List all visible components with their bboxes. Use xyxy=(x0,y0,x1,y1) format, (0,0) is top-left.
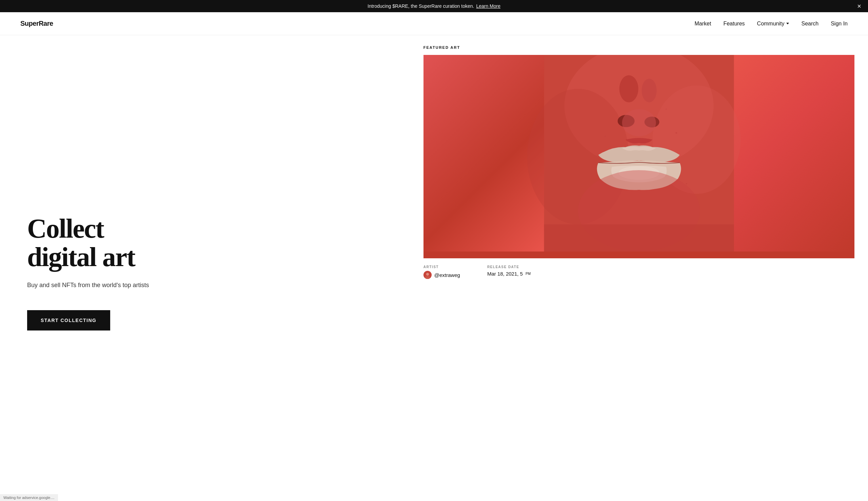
release-date-text: Mar 18, 2021, 5 xyxy=(487,271,523,277)
art-svg xyxy=(423,55,855,252)
svg-point-5 xyxy=(642,79,656,103)
svg-point-17 xyxy=(665,108,667,110)
svg-point-15 xyxy=(686,183,687,184)
nav-community-label: Community xyxy=(757,21,785,27)
featured-art-label: FEATURED ART xyxy=(423,45,855,50)
svg-point-13 xyxy=(675,132,677,134)
announcement-banner: Introducing $RARE, the SuperRare curatio… xyxy=(0,0,868,12)
svg-point-14 xyxy=(591,173,592,174)
svg-point-19 xyxy=(426,273,429,276)
banner-close-button[interactable]: × xyxy=(857,3,861,10)
banner-learn-more-link[interactable]: Learn More xyxy=(476,3,500,9)
art-info: ARTIST @extraweg RELEASE DATE Mar 18, xyxy=(423,265,855,279)
nav-signin[interactable]: Sign In xyxy=(831,21,848,27)
svg-rect-11 xyxy=(544,224,734,252)
release-date-suffix: pm xyxy=(526,272,531,276)
svg-point-12 xyxy=(604,136,605,137)
hero-title-line2: digital art xyxy=(27,242,135,272)
svg-point-4 xyxy=(619,75,638,103)
hero-subtitle: Buy and sell NFTs from the world's top a… xyxy=(27,281,396,290)
logo[interactable]: SuperRare xyxy=(20,20,53,28)
chevron-down-icon xyxy=(786,23,789,24)
banner-text: Introducing $RARE, the SuperRare curatio… xyxy=(368,3,474,9)
featured-art-section: FEATURED ART xyxy=(417,35,868,501)
status-bar: Waiting for adservice.google.... xyxy=(0,494,58,501)
artist-handle: @extraweg xyxy=(434,272,460,278)
art-image xyxy=(423,55,855,252)
artist-info-block: ARTIST @extraweg xyxy=(423,265,460,279)
nav: Market Features Community Search Sign In xyxy=(695,21,848,27)
release-date-label: RELEASE DATE xyxy=(487,265,531,269)
hero-title: Collect digital art xyxy=(27,214,396,271)
nav-search[interactable]: Search xyxy=(801,21,818,27)
hero-title-line1: Collect xyxy=(27,214,104,243)
release-date-info-block: RELEASE DATE Mar 18, 2021, 5pm xyxy=(487,265,531,279)
main-content: Collect digital art Buy and sell NFTs fr… xyxy=(0,35,868,501)
hero-section: Collect digital art Buy and sell NFTs fr… xyxy=(0,35,417,501)
start-collecting-button[interactable]: START COLLECTING xyxy=(27,310,110,330)
release-date-value: Mar 18, 2021, 5pm xyxy=(487,271,531,277)
art-image-container[interactable] xyxy=(423,55,855,258)
header: SuperRare Market Features Community Sear… xyxy=(0,12,868,35)
nav-market[interactable]: Market xyxy=(695,21,711,27)
nav-features[interactable]: Features xyxy=(723,21,744,27)
svg-point-16 xyxy=(611,116,612,117)
nav-community[interactable]: Community xyxy=(757,21,789,27)
artist-avatar xyxy=(423,271,432,279)
artist-value: @extraweg xyxy=(423,271,460,279)
svg-point-8 xyxy=(622,109,656,136)
artist-label: ARTIST xyxy=(423,265,460,269)
